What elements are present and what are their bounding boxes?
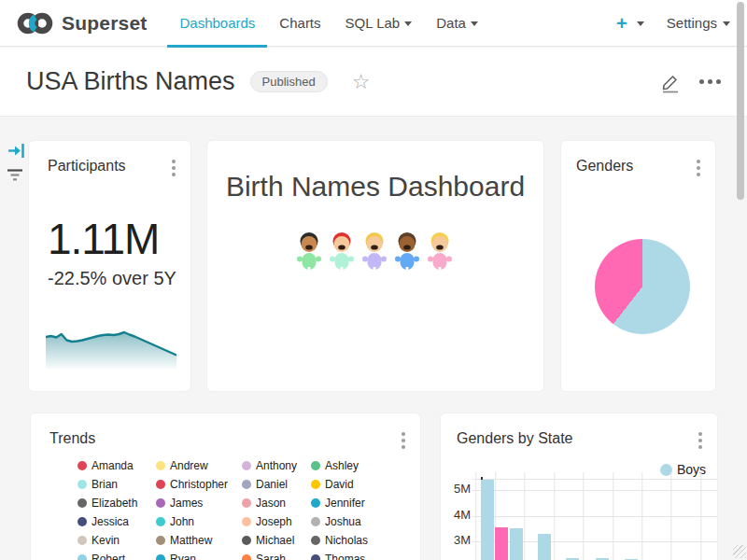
legend-item[interactable]: Michael — [242, 531, 311, 550]
legend-dot — [242, 554, 251, 560]
resize-handle-icon[interactable] — [733, 545, 746, 558]
chevron-down-icon[interactable] — [637, 21, 644, 26]
expand-filter-bar-icon[interactable] — [7, 143, 25, 159]
legend-item[interactable]: Jennifer — [311, 494, 368, 512]
legend-label: Amanda — [92, 459, 134, 472]
legend-item[interactable]: Kevin — [78, 531, 156, 550]
scrollbar-thumb[interactable] — [737, 2, 744, 200]
legend-item[interactable]: Amanda — [78, 456, 156, 475]
legend-item[interactable]: James — [156, 494, 242, 512]
babies-row — [293, 231, 456, 277]
published-badge[interactable]: Published — [250, 71, 328, 92]
trends-card: Trends AmandaAndrewAnthonyAshleyBrianChr… — [30, 413, 421, 560]
bar-boys[interactable] — [510, 528, 523, 560]
legend-dot — [156, 461, 165, 470]
legend-item[interactable]: Nicholas — [311, 531, 368, 550]
legend-item[interactable]: David — [311, 475, 368, 494]
legend-label: David — [325, 478, 354, 491]
trends-legend: AmandaAndrewAnthonyAshleyBrianChristophe… — [78, 456, 368, 560]
nav-tab-label: SQL Lab — [345, 15, 401, 31]
legend-item[interactable]: Jessica — [78, 512, 156, 531]
baby-emoji — [424, 231, 456, 277]
legend-dot — [156, 554, 165, 560]
legend-item[interactable]: Anthony — [242, 456, 311, 475]
logo-text: Superset — [62, 12, 147, 35]
legend-item[interactable]: Ryan — [156, 550, 242, 560]
genders-pie-chart[interactable] — [595, 239, 690, 334]
nav-tab-label: Data — [436, 15, 466, 31]
legend-label: Joshua — [325, 515, 361, 528]
legend-dot — [78, 498, 87, 508]
legend-label: Anthony — [256, 459, 297, 472]
chevron-down-icon — [723, 21, 730, 26]
nav-tab-charts[interactable]: Charts — [267, 0, 332, 47]
legend-label: James — [170, 497, 203, 510]
legend-item[interactable]: Daniel — [242, 475, 311, 494]
legend-label: Nicholas — [325, 534, 368, 547]
legend-item[interactable]: John — [156, 512, 242, 531]
filter-funnel-icon[interactable] — [7, 168, 23, 182]
legend-item[interactable]: Ashley — [311, 456, 368, 475]
more-actions-icon[interactable] — [699, 79, 721, 84]
settings-label: Settings — [667, 15, 717, 31]
legend-item[interactable]: Jason — [242, 494, 311, 512]
legend-item[interactable]: Robert — [78, 550, 156, 560]
nav-tab-sqllab[interactable]: SQL Lab — [333, 0, 425, 47]
markdown-title: Birth Names Dashboard — [207, 171, 543, 203]
legend-label: John — [170, 515, 194, 528]
bar-boys[interactable] — [538, 534, 551, 560]
edit-pencil-icon[interactable] — [658, 70, 683, 94]
chart-kebab-menu-icon[interactable] — [697, 160, 700, 176]
legend-dot — [78, 517, 87, 526]
legend-item[interactable]: Matthew — [156, 531, 242, 550]
legend-label: Christopher — [170, 478, 228, 491]
y-axis-tick: 5M — [446, 482, 471, 496]
legend-dot — [78, 554, 87, 560]
chart-title: Genders by State — [457, 430, 573, 447]
dashboard-header: USA Births Names Published ☆ — [0, 48, 747, 117]
legend-label: Michael — [256, 534, 294, 547]
nav-tab-dashboards[interactable]: Dashboards — [167, 0, 267, 47]
bar-boys[interactable] — [481, 480, 494, 560]
chevron-down-icon — [404, 21, 412, 26]
legend-dot — [78, 536, 87, 545]
chart-kebab-menu-icon[interactable] — [402, 432, 405, 449]
settings-menu[interactable]: Settings — [667, 15, 730, 31]
legend-label: Brian — [92, 478, 118, 491]
legend-dot — [311, 536, 320, 545]
legend-item[interactable]: Andrew — [156, 456, 242, 475]
superset-logo[interactable]: Superset — [17, 11, 147, 35]
bar-chart-plot — [472, 472, 718, 560]
favorite-star-icon[interactable]: ☆ — [352, 72, 371, 92]
legend-item[interactable]: Thomas — [311, 550, 368, 560]
chart-kebab-menu-icon[interactable] — [698, 432, 702, 449]
chart-title: Genders — [576, 158, 633, 175]
legend-dot — [311, 517, 320, 526]
legend-dot — [242, 461, 251, 470]
legend-dot — [242, 517, 251, 526]
legend-dot — [156, 498, 165, 508]
legend-item[interactable]: Joseph — [242, 512, 311, 531]
genders-by-state-card: Genders by State Boys 5M 4M 3M — [440, 413, 718, 560]
nav-tab-label: Dashboards — [179, 15, 255, 31]
chart-title: Participants — [48, 158, 126, 175]
legend-dot — [156, 517, 165, 526]
legend-item[interactable]: Christopher — [156, 475, 242, 494]
nav-menu: Dashboards Charts SQL Lab Data — [167, 0, 489, 47]
y-axis-tick: 3M — [446, 533, 471, 547]
nav-tab-data[interactable]: Data — [424, 0, 490, 47]
bar-girls[interactable] — [495, 527, 508, 560]
chart-kebab-menu-icon[interactable] — [172, 160, 176, 176]
legend-item[interactable]: Elizabeth — [78, 494, 156, 512]
baby-emoji — [326, 231, 358, 277]
page-title: USA Births Names — [26, 67, 235, 96]
add-new-button[interactable]: + — [616, 14, 627, 33]
legend-item[interactable]: Joshua — [311, 512, 368, 531]
legend-label: Daniel — [256, 478, 288, 491]
legend-item[interactable]: Sarah — [242, 550, 311, 560]
nav-tab-label: Charts — [279, 15, 320, 31]
legend-dot — [311, 480, 320, 489]
legend-label: Elizabeth — [92, 497, 137, 510]
legend-item[interactable]: Brian — [78, 475, 156, 494]
legend-dot — [78, 480, 87, 489]
